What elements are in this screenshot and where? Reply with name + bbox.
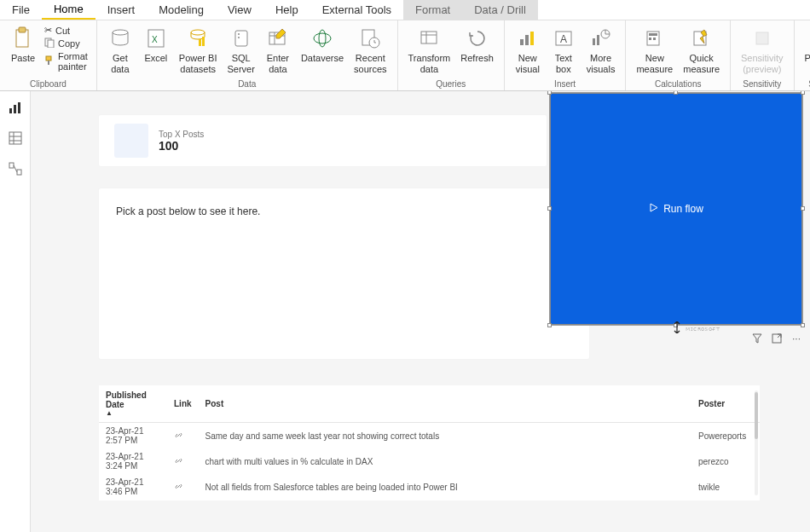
focus-mode-icon[interactable] (771, 332, 783, 344)
ribbon: Paste ✂Cut Copy Format painter Clipboard… (0, 20, 810, 91)
cell-link[interactable] (167, 448, 199, 474)
menu-home[interactable]: Home (42, 0, 95, 20)
transform-data-button[interactable]: Transform data (403, 24, 456, 76)
svg-rect-30 (593, 38, 595, 45)
new-measure-button[interactable]: New measure (631, 24, 678, 76)
table-scrollbar[interactable] (755, 390, 758, 495)
copy-button[interactable]: Copy (44, 37, 88, 50)
sort-asc-icon: ▲ (106, 409, 160, 417)
table-header-row: Published Date▲ Link Post Poster (99, 385, 760, 423)
cut-button[interactable]: ✂Cut (44, 24, 88, 37)
run-flow-visual[interactable]: Run flow (550, 93, 802, 325)
enter-data-label: Enter data (267, 53, 289, 74)
paste-label: Paste (11, 53, 35, 64)
quick-measure-label: Quick measure (683, 53, 720, 74)
copy-icon (44, 38, 55, 49)
dataverse-button[interactable]: Dataverse (296, 24, 349, 66)
svg-rect-41 (14, 105, 16, 113)
new-visual-button[interactable]: New visual (510, 24, 546, 76)
table-row[interactable]: 23-Apr-21 2:57 PMSame day and same week … (99, 423, 760, 449)
refresh-button[interactable]: Refresh (455, 24, 499, 66)
more-visuals-button[interactable]: More visuals (581, 24, 621, 76)
svg-rect-1 (19, 27, 26, 32)
get-data-icon (107, 26, 133, 51)
col-link[interactable]: Link (167, 385, 199, 423)
report-view-icon[interactable] (6, 98, 25, 117)
col-published-date[interactable]: Published Date▲ (99, 385, 167, 423)
menu-file[interactable]: File (0, 0, 42, 20)
text-box-button[interactable]: AText box (546, 24, 581, 76)
canvas[interactable]: Top X Posts 100 Pick a post below to see… (31, 91, 810, 532)
cell-link[interactable] (167, 500, 199, 500)
format-painter-button[interactable]: Format painter (44, 50, 88, 72)
new-visual-label: New visual (516, 53, 540, 74)
model-view-icon[interactable] (6, 159, 25, 178)
svg-rect-47 (9, 163, 14, 168)
ribbon-group-clipboard: Paste ✂Cut Copy Format painter Clipboard (0, 20, 97, 90)
ribbon-group-data: Get data XExcel Power BI datasets SQL Se… (97, 20, 398, 90)
menu-modeling[interactable]: Modeling (147, 0, 216, 20)
menu-format[interactable]: Format (403, 0, 462, 20)
quick-measure-button[interactable]: Quick measure (678, 24, 725, 76)
menu-bar: File Home Insert Modeling View Help Exte… (0, 0, 810, 20)
cell-date: 23-Apr-21 3:49 PM (99, 500, 167, 500)
pick-post-text: Pick a post below to see it here. (116, 205, 260, 217)
svg-rect-5 (48, 61, 49, 65)
sql-server-button[interactable]: SQL Server (222, 24, 259, 76)
posts-table[interactable]: Published Date▲ Link Post Poster 23-Apr-… (99, 385, 760, 500)
quick-measure-icon (689, 26, 715, 51)
pbi-datasets-icon (185, 26, 211, 51)
link-icon (174, 432, 183, 442)
cell-date: 23-Apr-21 2:57 PM (99, 423, 167, 449)
left-rail (0, 91, 31, 532)
table-row[interactable]: 23-Apr-21 3:49 PMNeed help writing a mea… (99, 500, 760, 500)
transform-icon (416, 26, 442, 51)
excel-button[interactable]: XExcel (138, 24, 174, 66)
svg-rect-38 (756, 32, 768, 44)
paste-button[interactable]: Paste (5, 24, 41, 66)
col-poster[interactable]: Poster (691, 385, 760, 423)
data-view-icon[interactable] (6, 129, 25, 147)
pick-post-card[interactable]: Pick a post below to see it here. (99, 188, 589, 359)
svg-rect-31 (597, 35, 599, 45)
more-visuals-label: More visuals (587, 53, 616, 74)
menu-help[interactable]: Help (263, 0, 310, 20)
svg-point-19 (319, 30, 326, 47)
cell-post: Not all fields from Salesforce tables ar… (199, 474, 691, 500)
cell-link[interactable] (167, 474, 199, 500)
footer-text: ᴍɪᴄʀᴏsᴏғᴛ (686, 326, 720, 332)
table-row[interactable]: 23-Apr-21 3:46 PMNot all fields from Sal… (99, 474, 760, 500)
table-scroll-thumb[interactable] (755, 392, 758, 439)
run-flow-button[interactable]: Run flow (649, 203, 703, 215)
card-value: 100 (159, 139, 204, 153)
calc-group-label: Calculations (631, 78, 725, 90)
refresh-icon (465, 26, 490, 51)
svg-point-6 (113, 30, 128, 35)
pbi-datasets-button[interactable]: Power BI datasets (174, 24, 223, 76)
menu-insert[interactable]: Insert (95, 0, 148, 20)
card-avatar (114, 124, 148, 158)
svg-point-13 (238, 33, 240, 35)
copy-label: Copy (58, 38, 80, 49)
menu-view[interactable]: View (216, 0, 263, 20)
cell-poster: perezco (691, 448, 760, 474)
publish-button[interactable]: Publish (800, 24, 810, 66)
refresh-label: Refresh (460, 53, 494, 64)
svg-rect-4 (46, 56, 51, 61)
top-card[interactable]: Top X Posts 100 (99, 115, 547, 166)
share-group-label: Share (800, 78, 810, 90)
recent-sources-button[interactable]: Recent sources (349, 24, 392, 76)
enter-data-icon (265, 26, 291, 51)
more-options-icon[interactable]: ··· (790, 332, 802, 344)
table-row[interactable]: 23-Apr-21 3:24 PMchart with multi values… (99, 448, 760, 474)
link-icon (174, 458, 183, 467)
cell-link[interactable] (167, 423, 199, 449)
svg-line-49 (14, 165, 17, 172)
col-post[interactable]: Post (199, 385, 691, 423)
menu-data-drill[interactable]: Data / Drill (462, 0, 538, 20)
get-data-button[interactable]: Get data (102, 24, 138, 76)
sql-label: SQL Server (227, 53, 254, 74)
filter-icon[interactable] (751, 332, 763, 344)
menu-external-tools[interactable]: External Tools (310, 0, 403, 20)
enter-data-button[interactable]: Enter data (260, 24, 296, 76)
